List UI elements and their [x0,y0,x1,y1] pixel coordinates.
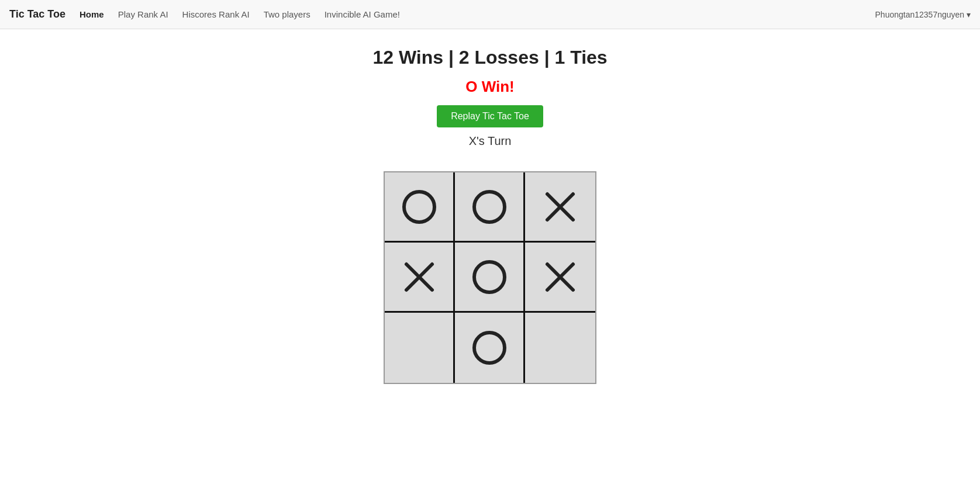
nav-brand: Tic Tac Toe [9,8,65,20]
svg-point-6 [474,262,505,292]
cell-7[interactable] [455,313,525,383]
win-announcement: O Win! [465,78,515,96]
score-display: 12 Wins | 2 Losses | 1 Ties [372,47,607,68]
o-symbol [468,256,510,298]
nav-link-invincible[interactable]: Invincible AI Game! [325,9,400,19]
x-symbol [539,256,581,298]
cell-3[interactable] [385,243,455,313]
o-symbol [398,186,440,228]
nav-links: Home Play Rank AI Hiscores Rank AI Two p… [80,9,875,19]
turn-label: X's Turn [469,134,512,148]
cell-0[interactable] [385,172,455,243]
svg-point-9 [474,333,505,363]
game-board [384,171,596,384]
svg-point-1 [474,192,505,222]
svg-point-0 [404,192,434,222]
nav-link-hiscores[interactable]: Hiscores Rank AI [182,9,250,19]
navbar: Tic Tac Toe Home Play Rank AI Hiscores R… [0,0,980,29]
x-symbol [398,256,440,298]
nav-link-home[interactable]: Home [80,9,104,19]
cell-4[interactable] [455,243,525,313]
main-content: 12 Wins | 2 Losses | 1 Ties O Win! Repla… [0,29,980,384]
cell-8[interactable] [525,313,595,383]
cell-2[interactable] [525,172,595,243]
o-symbol [468,327,510,369]
o-symbol [468,186,510,228]
cell-6[interactable] [385,313,455,383]
nav-user[interactable]: Phuongtan12357nguyen ▾ [875,10,971,19]
x-symbol [539,186,581,228]
cell-1[interactable] [455,172,525,243]
nav-link-two-players[interactable]: Two players [264,9,310,19]
replay-button[interactable]: Replay Tic Tac Toe [437,105,543,127]
nav-link-play-rank-ai[interactable]: Play Rank AI [118,9,168,19]
cell-5[interactable] [525,243,595,313]
